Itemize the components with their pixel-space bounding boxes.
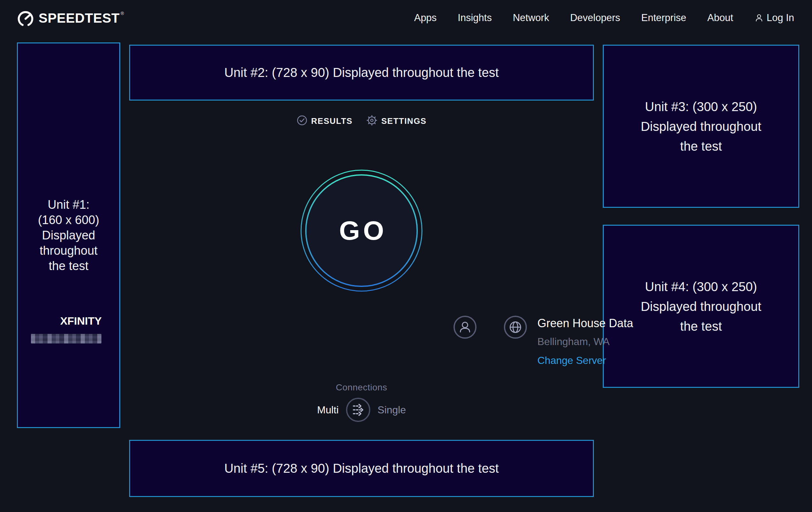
person-icon (754, 13, 764, 23)
ad-unit-3-text: Unit #3: (300 x 250) Displayed throughou… (641, 97, 761, 156)
ad-unit-3[interactable]: Unit #3: (300 x 250) Displayed throughou… (603, 45, 799, 208)
blurred-ip-block (31, 334, 102, 344)
isp-badge[interactable] (453, 315, 477, 339)
isp-name: XFINITY (60, 315, 102, 327)
tabs-row: RESULTS (129, 115, 594, 127)
tab-settings[interactable]: SETTINGS (367, 115, 427, 127)
ad-unit-2-text: Unit #2: (728 x 90) Displayed throughout… (224, 65, 499, 80)
login-label: Log In (767, 12, 794, 24)
server-location: Bellingham, WA (538, 336, 633, 348)
ad-unit-5-text: Unit #5: (728 x 90) Displayed throughout… (224, 461, 499, 476)
ad-unit-4-text: Unit #4: (300 x 250) Displayed throughou… (641, 277, 761, 336)
top-nav: SPEEDTEST ® Apps Insights Network Develo… (0, 0, 812, 36)
connections-row: Multi Singl (129, 397, 594, 422)
tab-results-label: RESULTS (311, 116, 353, 126)
nav-item-about[interactable]: About (707, 12, 733, 24)
ad-unit-5[interactable]: Unit #5: (728 x 90) Displayed throughout… (129, 440, 594, 497)
go-button[interactable]: GO (299, 168, 424, 293)
brand-trademark: ® (121, 11, 124, 16)
nav-menu: Apps Insights Network Developers Enterpr… (414, 0, 794, 36)
gauge-icon (17, 9, 34, 27)
ad-unit-1-text: Unit #1: (160 x 600) Displayed throughou… (38, 197, 99, 274)
change-server-link[interactable]: Change Server (538, 355, 606, 367)
connections-toggle[interactable] (346, 397, 371, 422)
ad-unit-1[interactable]: Unit #1: (160 x 600) Displayed throughou… (17, 43, 120, 428)
login-button[interactable]: Log In (754, 12, 794, 24)
gear-icon (367, 115, 377, 127)
nav-item-enterprise[interactable]: Enterprise (641, 12, 686, 24)
multi-arrows-icon (346, 418, 371, 423)
speedtest-logo[interactable]: SPEEDTEST ® (17, 9, 124, 27)
server-info: Green House Data Bellingham, WA Change S… (538, 317, 633, 367)
nav-item-apps[interactable]: Apps (414, 12, 437, 24)
server-name: Green House Data (538, 317, 633, 330)
server-badge[interactable] (503, 315, 527, 339)
go-label: GO (299, 168, 424, 293)
globe-icon (503, 335, 527, 340)
connections-option-multi[interactable]: Multi (317, 404, 339, 416)
brand-name: SPEEDTEST (38, 10, 120, 26)
tab-results[interactable]: RESULTS (297, 115, 353, 127)
nav-item-developers[interactable]: Developers (570, 12, 620, 24)
connections-label: Connections (129, 382, 594, 393)
nav-item-network[interactable]: Network (513, 12, 549, 24)
nav-item-insights[interactable]: Insights (458, 12, 492, 24)
connections-option-single[interactable]: Single (378, 404, 406, 416)
ad-unit-2[interactable]: Unit #2: (728 x 90) Displayed throughout… (129, 45, 594, 101)
person-icon (453, 335, 477, 340)
speedtest-page: SPEEDTEST ® Apps Insights Network Develo… (0, 0, 812, 512)
check-circle-icon (297, 115, 308, 127)
tab-settings-label: SETTINGS (381, 116, 427, 126)
